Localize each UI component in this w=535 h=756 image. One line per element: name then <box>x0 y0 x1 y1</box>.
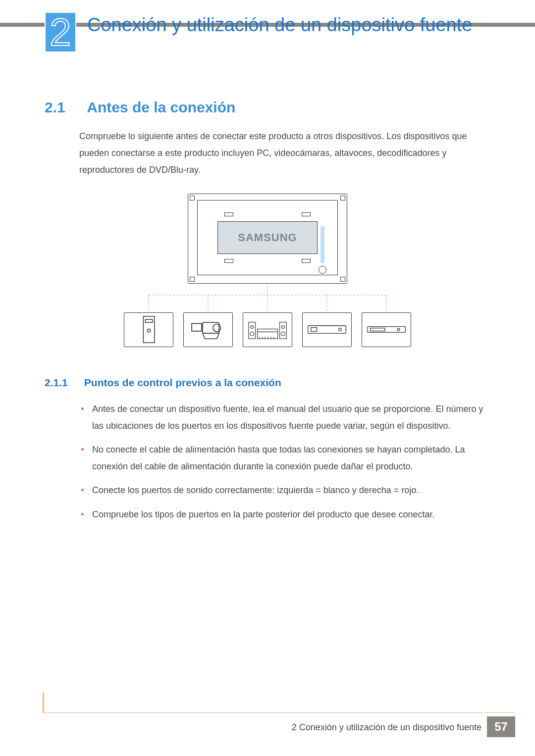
svg-rect-19 <box>257 329 277 339</box>
samsung-logo: SAMSUNG <box>218 222 317 253</box>
section-number: 2.1 <box>45 99 83 116</box>
svg-point-16 <box>250 332 254 336</box>
section-title: Antes de la conexión <box>87 99 235 115</box>
chapter-number: 2 <box>50 13 71 51</box>
connection-diagram: SAMSUNG <box>119 194 416 347</box>
chapter-title: Conexión y utilización de un dispositivo… <box>87 15 495 36</box>
list-item: No conecte el cable de alimentación hast… <box>80 441 490 475</box>
svg-point-9 <box>148 329 151 332</box>
svg-rect-31 <box>371 328 385 331</box>
svg-point-29 <box>339 328 342 331</box>
checkpoints-list: Antes de conectar un dispositivo fuente,… <box>80 401 490 523</box>
list-item: Antes de conectar un dispositivo fuente,… <box>80 401 490 434</box>
device-pc <box>124 312 173 347</box>
section-heading: 2.1 Antes de la conexión <box>45 99 490 116</box>
svg-rect-13 <box>249 322 256 339</box>
svg-point-15 <box>251 326 254 329</box>
svg-rect-14 <box>279 322 286 339</box>
svg-point-11 <box>213 324 220 332</box>
footer-accent-stripe <box>43 693 44 712</box>
svg-point-17 <box>281 326 284 329</box>
footer-chapter-ref: 2 Conexión y utilización de un dispositi… <box>292 722 482 733</box>
tv-port-highlight <box>321 226 324 263</box>
svg-rect-28 <box>311 328 317 332</box>
tv-inner-frame: SAMSUNG <box>197 200 338 275</box>
document-page: 2 Conexión y utilización de un dispositi… <box>0 0 535 756</box>
tv-button-icon <box>319 266 326 274</box>
list-item: Conecte los puertos de sonido correctame… <box>80 482 490 499</box>
tv-back-panel: SAMSUNG <box>188 194 347 284</box>
device-settop <box>302 312 352 347</box>
device-speakers <box>243 312 292 347</box>
subsection-number: 2.1.1 <box>45 377 81 389</box>
svg-rect-27 <box>308 326 346 334</box>
svg-rect-8 <box>146 319 153 322</box>
dashed-connector-lines <box>119 283 416 312</box>
list-item: Compruebe los tipos de puertos en la par… <box>80 506 490 523</box>
page-footer: 2 Conexión y utilización de un dispositi… <box>0 712 535 737</box>
device-row <box>119 312 416 347</box>
chapter-number-tab: 2 <box>45 12 76 52</box>
section-intro: Compruebe lo siguiente antes de conectar… <box>79 128 490 179</box>
footer-divider <box>43 712 515 713</box>
svg-rect-12 <box>192 323 202 331</box>
svg-point-18 <box>281 332 285 336</box>
device-camcorder <box>183 312 233 347</box>
subsection-heading: 2.1.1 Puntos de control previos a la con… <box>45 377 490 389</box>
tv-screen-panel: SAMSUNG <box>217 221 318 254</box>
device-dvd <box>362 312 411 347</box>
svg-point-32 <box>397 328 400 331</box>
subsection-title: Puntos de control previos a la conexión <box>84 377 281 388</box>
page-content: 2.1 Antes de la conexión Compruebe lo si… <box>45 84 490 530</box>
page-number: 57 <box>487 716 515 737</box>
